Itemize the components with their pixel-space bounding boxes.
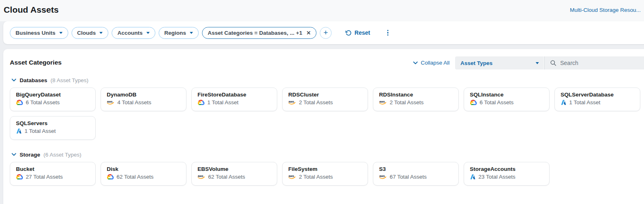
asset-type-title: StorageAccounts [470, 166, 543, 172]
gcp-cloud-icon [16, 174, 23, 180]
filter-pill-label: Business Units [16, 30, 56, 36]
chevron-down-icon [11, 153, 16, 156]
reset-icon [346, 30, 352, 36]
page-header: Cloud Assets Multi-Cloud Storage Resou..… [0, 0, 644, 21]
multi-cloud-storage-link[interactable]: Multi-Cloud Storage Resou... [570, 7, 641, 13]
chevron-down-icon [99, 32, 103, 34]
asset-type-title: SQLServers [16, 120, 90, 126]
asset-count-label: 2 Total Assets [390, 99, 424, 105]
section-storage: Storage(6 Asset Types)Bucket27 Total Ass… [10, 150, 642, 186]
asset-count-row: 6 Total Assets [16, 99, 90, 105]
asset-count-label: 1 Total Asset [25, 128, 56, 134]
asset-count-row: 62 Total Assets [107, 174, 180, 180]
gcp-cloud-icon [107, 174, 114, 180]
asset-type-title: Bucket [16, 166, 90, 172]
asset-type-title: S3 [379, 166, 453, 172]
filter-pill-clouds[interactable]: Clouds [72, 27, 109, 39]
asset-type-title: DynamoDB [107, 92, 180, 98]
svg-text:aws: aws [289, 100, 294, 103]
asset-count-row: 23 Total Assets [470, 174, 543, 180]
filter-pill-label: Clouds [77, 30, 96, 36]
filter-pill-regions[interactable]: Regions [159, 27, 199, 39]
asset-count-row: aws2 Total Assets [379, 99, 453, 105]
asset-type-title: FileSystem [288, 166, 362, 172]
asset-count-label: 62 Total Assets [117, 174, 154, 180]
asset-card-bucket[interactable]: Bucket27 Total Assets [10, 162, 96, 186]
asset-type-title: RDSInstance [379, 92, 453, 98]
filter-pill-accounts[interactable]: Accounts [112, 27, 155, 39]
asset-type-title: Disk [107, 166, 180, 172]
gcp-cloud-icon [470, 100, 477, 105]
sections: Databases(8 Asset Types)BigQueryDataset6… [3, 49, 644, 194]
card-grid-databases: BigQueryDataset6 Total AssetsDynamoDBaws… [10, 87, 642, 140]
asset-card-s3[interactable]: S3aws67 Total Assets [373, 162, 459, 186]
asset-type-title: SQLInstance [470, 92, 543, 98]
svg-text:aws: aws [198, 174, 204, 178]
asset-card-rdscluster[interactable]: RDSClusteraws2 Total Assets [282, 87, 368, 111]
asset-count-label: 2 Total Assets [299, 99, 333, 105]
asset-count-row: 27 Total Assets [16, 174, 90, 180]
asset-count-label: 1 Total Asset [207, 99, 238, 105]
asset-categories-panel: Asset Categories Collapse All Asset Type… [3, 49, 644, 204]
asset-card-dynamodb[interactable]: DynamoDBaws4 Total Assets [101, 87, 186, 111]
asset-type-title: RDSCluster [288, 92, 362, 98]
asset-card-rdsinstance[interactable]: RDSInstanceaws2 Total Assets [373, 87, 459, 111]
svg-text:aws: aws [289, 174, 294, 178]
asset-count-label: 1 Total Asset [569, 99, 600, 105]
filter-pill-label: Accounts [117, 30, 143, 36]
asset-count-label: 6 Total Assets [26, 99, 60, 105]
asset-card-sqlserverdatabase[interactable]: SQLServerDatabase1 Total Asset [554, 87, 640, 111]
reset-filters-button[interactable]: Reset [346, 29, 370, 36]
asset-card-sqlservers[interactable]: SQLServers1 Total Asset [10, 116, 96, 140]
aws-icon: aws [379, 174, 387, 179]
add-filter-button[interactable]: + [320, 27, 332, 39]
gcp-cloud-icon [16, 100, 23, 105]
asset-count-row: aws4 Total Assets [107, 99, 180, 105]
asset-count-row: 1 Total Asset [561, 99, 634, 105]
asset-card-storageaccounts[interactable]: StorageAccounts23 Total Assets [464, 162, 550, 186]
asset-count-label: 67 Total Assets [390, 174, 427, 180]
asset-count-row: aws2 Total Assets [288, 99, 362, 105]
section-header-databases[interactable]: Databases(8 Asset Types) [11, 76, 642, 84]
section-count: (8 Asset Types) [51, 77, 89, 83]
card-grid-storage: Bucket27 Total AssetsDisk62 Total Assets… [10, 162, 642, 186]
asset-type-title: EBSVolume [197, 166, 271, 172]
section-count: (6 Asset Types) [43, 152, 81, 158]
asset-card-firestoredatabase[interactable]: FireStoreDatabase1 Total Asset [191, 87, 277, 111]
chevron-down-icon [59, 32, 63, 34]
asset-card-sqlinstance[interactable]: SQLInstance6 Total Assets [464, 87, 550, 111]
active-filter-pill-asset-categories[interactable]: Asset Categories = Databases, ... +1 ✕ [202, 27, 316, 39]
more-options-icon[interactable] [386, 28, 390, 38]
asset-count-row: 6 Total Assets [470, 99, 543, 105]
section-header-storage[interactable]: Storage(6 Asset Types) [11, 150, 642, 159]
section-name: Storage [20, 152, 40, 158]
asset-card-filesystem[interactable]: FileSystemaws2 Total Assets [282, 162, 368, 186]
asset-count-row: aws67 Total Assets [379, 174, 453, 180]
chevron-down-icon [190, 32, 193, 34]
asset-count-row: 1 Total Asset [16, 128, 90, 134]
filter-pill-business-units[interactable]: Business Units [10, 27, 68, 39]
asset-count-row: aws2 Total Assets [288, 174, 362, 180]
asset-card-disk[interactable]: Disk62 Total Assets [101, 162, 186, 186]
asset-card-ebsvolume[interactable]: EBSVolumeaws62 Total Assets [191, 162, 277, 186]
asset-count-label: 2 Total Assets [299, 174, 333, 180]
asset-type-title: BigQueryDataset [16, 92, 90, 98]
close-icon[interactable]: ✕ [306, 30, 311, 36]
azure-icon [561, 100, 566, 105]
aws-icon: aws [288, 174, 296, 179]
aws-icon: aws [288, 100, 296, 105]
aws-icon: aws [379, 100, 387, 105]
asset-count-label: 23 Total Assets [478, 174, 516, 180]
asset-card-bigquerydataset[interactable]: BigQueryDataset6 Total Assets [10, 87, 96, 111]
asset-count-row: 1 Total Asset [197, 99, 271, 105]
gcp-cloud-icon [197, 100, 204, 105]
active-filter-label: Asset Categories = Databases, ... +1 [208, 30, 302, 36]
aws-icon: aws [107, 100, 114, 105]
filter-bar: Business UnitsCloudsAccountsRegions Asse… [3, 21, 644, 44]
section-name: Databases [20, 77, 47, 83]
filter-pill-label: Regions [164, 30, 186, 36]
reset-label: Reset [355, 29, 370, 36]
page-title: Cloud Assets [4, 5, 59, 15]
asset-type-title: SQLServerDatabase [561, 92, 634, 98]
asset-count-label: 4 Total Assets [117, 99, 151, 105]
